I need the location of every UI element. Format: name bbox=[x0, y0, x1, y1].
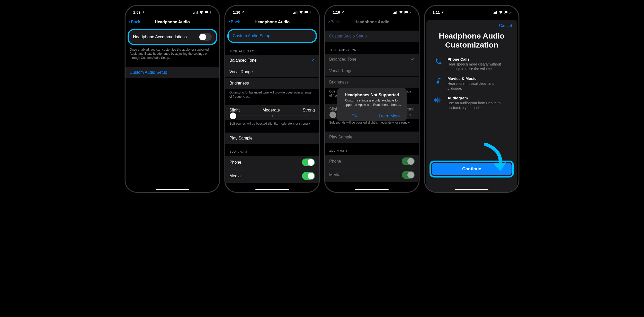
annotation-arrow-icon bbox=[480, 143, 509, 176]
play-sample-row[interactable]: Play Sample bbox=[225, 133, 319, 144]
accommodations-row[interactable]: Headphone Accommodations bbox=[129, 30, 216, 44]
alert-dialog: Headphones Not Supported Custom settings… bbox=[337, 88, 407, 121]
notch bbox=[152, 6, 193, 13]
notch bbox=[451, 6, 492, 13]
wifi-icon bbox=[199, 11, 203, 14]
alert-title: Headphones Not Supported bbox=[341, 93, 402, 97]
svg-rect-13 bbox=[305, 11, 308, 13]
phone-toggle[interactable] bbox=[302, 158, 315, 166]
checkmark-icon: ✓ bbox=[311, 58, 315, 63]
notch bbox=[351, 6, 392, 13]
feature-desc: Hear more musical detail and dialogue. bbox=[448, 81, 509, 90]
nav-bar: ‹ Back Headphone Audio bbox=[126, 17, 219, 28]
home-indicator[interactable] bbox=[255, 189, 289, 190]
vocal-range-row[interactable]: Vocal Range bbox=[225, 66, 319, 78]
modal-sheet: Cancel Headphone Audio Customization Pho… bbox=[426, 20, 517, 192]
boost-footer: Soft sounds will be boosted slightly, mo… bbox=[225, 120, 319, 127]
chevron-left-icon: ‹ bbox=[328, 19, 330, 25]
svg-rect-2 bbox=[196, 12, 196, 14]
content: Custom Audio Setup TUNE AUDIO FOR: Balan… bbox=[225, 28, 319, 183]
wifi-icon bbox=[499, 11, 503, 14]
balanced-tone-label: Balanced Tone bbox=[329, 57, 356, 62]
custom-audio-setup-label: Custom Audio Setup bbox=[329, 34, 367, 39]
phone-apply-label: Phone bbox=[329, 159, 341, 164]
slider-thumb bbox=[329, 111, 336, 118]
feature-title: Audiogram bbox=[448, 96, 509, 100]
vocal-range-row: Vocal Range bbox=[325, 65, 419, 77]
svg-rect-12 bbox=[311, 12, 311, 13]
tune-header: TUNE AUDIO FOR: bbox=[325, 47, 419, 54]
content: Headphone Accommodations Once enabled, y… bbox=[126, 28, 219, 78]
svg-rect-27 bbox=[505, 11, 507, 13]
svg-rect-15 bbox=[394, 12, 395, 14]
accommodations-label: Headphone Accommodations bbox=[133, 35, 187, 39]
svg-rect-3 bbox=[197, 11, 198, 14]
nav-bar: ‹ Back Headphone Audio bbox=[325, 17, 419, 28]
back-label: Back bbox=[131, 20, 140, 24]
back-button[interactable]: ‹ Back bbox=[129, 19, 140, 25]
status-time: 1:09 bbox=[133, 10, 140, 14]
feature-phone-calls: Phone Calls Hear speech more clearly wit… bbox=[426, 54, 517, 74]
vocal-range-label: Vocal Range bbox=[329, 69, 353, 73]
status-indicators bbox=[393, 11, 411, 14]
balanced-tone-row[interactable]: Balanced Tone ✓ bbox=[225, 55, 319, 66]
nav-bar: ‹ Back Headphone Audio bbox=[225, 17, 319, 28]
vocal-range-label: Vocal Range bbox=[229, 70, 253, 74]
slider-thumb[interactable] bbox=[230, 113, 236, 119]
custom-audio-setup-row[interactable]: Custom Audio Setup bbox=[229, 30, 316, 42]
slider-track[interactable] bbox=[233, 116, 311, 116]
chevron-left-icon: ‹ bbox=[228, 19, 230, 25]
home-indicator[interactable] bbox=[455, 189, 488, 190]
signal-icon bbox=[393, 11, 398, 14]
phone-apply-row: Phone bbox=[325, 155, 419, 168]
phone-apply-row[interactable]: Phone bbox=[225, 156, 319, 169]
custom-audio-setup-row: Custom Audio Setup bbox=[325, 31, 419, 42]
balanced-tone-label: Balanced Tone bbox=[229, 58, 257, 63]
slider-strong: Strong bbox=[303, 108, 315, 113]
svg-rect-8 bbox=[294, 12, 295, 14]
svg-rect-17 bbox=[397, 11, 397, 14]
phone-apply-label: Phone bbox=[229, 160, 241, 165]
media-apply-row[interactable]: Media bbox=[225, 169, 319, 183]
sheet-title: Headphone Audio Customization bbox=[426, 28, 517, 54]
slider-moderate: Moderate bbox=[263, 108, 280, 113]
svg-rect-22 bbox=[494, 12, 495, 14]
phone-screen-2: 1:10 ‹ Back Headphone Audio Custom Audio… bbox=[225, 5, 320, 193]
media-apply-label: Media bbox=[229, 174, 241, 178]
highlight-accommodations: Headphone Accommodations bbox=[128, 29, 217, 45]
phone-screen-3: 1:10 ‹ Back Headphone Audio Custom Audio… bbox=[324, 5, 419, 193]
svg-rect-10 bbox=[297, 11, 298, 14]
svg-rect-6 bbox=[205, 11, 208, 13]
brightness-row: Brightness bbox=[325, 77, 419, 88]
svg-rect-20 bbox=[405, 11, 408, 13]
status-indicators bbox=[493, 11, 511, 14]
custom-audio-setup-row[interactable]: Custom Audio Setup bbox=[126, 67, 219, 78]
brightness-row[interactable]: Brightness bbox=[225, 78, 319, 89]
wifi-icon bbox=[299, 11, 303, 14]
back-button: ‹ Back bbox=[328, 19, 340, 25]
back-button[interactable]: ‹ Back bbox=[228, 19, 240, 25]
accommodations-toggle[interactable] bbox=[199, 33, 212, 41]
svg-rect-0 bbox=[193, 13, 194, 14]
status-time: 1:11 bbox=[433, 10, 440, 14]
tune-footer: Optimizing for balanced tone will provid… bbox=[225, 89, 319, 100]
alert-learn-more-button[interactable]: Learn More bbox=[372, 111, 407, 121]
phone-screen-1: 1:09 ‹ Back Headphone Audio Headphone Ac… bbox=[125, 5, 220, 193]
cancel-button[interactable]: Cancel bbox=[499, 23, 512, 28]
home-indicator[interactable] bbox=[156, 189, 189, 190]
media-toggle[interactable] bbox=[302, 172, 315, 180]
page-title: Headphone Audio bbox=[255, 20, 290, 24]
boost-slider-row: Slight Moderate Strong bbox=[225, 105, 319, 120]
custom-audio-setup-label: Custom Audio Setup bbox=[233, 34, 270, 38]
alert-ok-button[interactable]: OK bbox=[337, 111, 372, 121]
home-indicator[interactable] bbox=[355, 189, 389, 190]
battery-icon bbox=[504, 11, 511, 14]
checkmark-icon: ✓ bbox=[411, 57, 415, 62]
apply-header: APPLY WITH: bbox=[325, 148, 419, 155]
svg-rect-24 bbox=[496, 11, 497, 14]
location-icon bbox=[141, 11, 145, 14]
custom-audio-setup-label: Custom Audio Setup bbox=[130, 70, 167, 75]
brightness-label: Brightness bbox=[329, 80, 349, 85]
feature-audiogram: Audiogram Use an audiogram from Health t… bbox=[426, 93, 517, 113]
page-title: Headphone Audio bbox=[354, 20, 389, 24]
